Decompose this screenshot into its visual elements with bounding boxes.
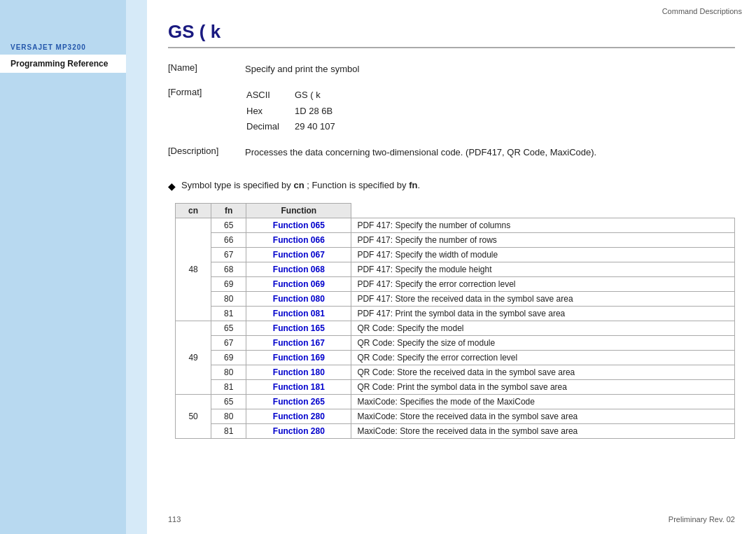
bullet-row: ◆ Symbol type is specified by cn ; Funct… bbox=[168, 180, 735, 192]
function-link-cell[interactable]: Function 280 bbox=[246, 423, 351, 438]
function-link-cell[interactable]: Function 165 bbox=[246, 321, 351, 335]
fn-cell: 80 bbox=[211, 409, 246, 423]
function-link-cell[interactable]: Function 081 bbox=[246, 306, 351, 321]
cn-bold: cn bbox=[293, 180, 304, 190]
sidebar-nav-item[interactable]: Programming Reference bbox=[0, 55, 126, 73]
cn-cell: 49 bbox=[176, 321, 211, 394]
description-value: Processes the data concerning two-dimens… bbox=[245, 146, 596, 160]
fn-cell: 65 bbox=[211, 218, 246, 232]
page-number: 113 bbox=[168, 515, 181, 524]
table-row: 66Function 066PDF 417: Specify the numbe… bbox=[176, 232, 735, 247]
th-function: Function bbox=[246, 203, 351, 218]
fn-cell: 67 bbox=[211, 335, 246, 350]
format-row-hex: Hex 1D 28 6B bbox=[246, 104, 349, 119]
desc-cell: PDF 417: Print the symbol data in the sy… bbox=[351, 306, 735, 321]
table-row: 81Function 081PDF 417: Print the symbol … bbox=[176, 306, 735, 321]
table-row: 80Function 280MaxiCode: Store the receiv… bbox=[176, 409, 735, 423]
format-col1-decimal: Decimal bbox=[246, 120, 293, 134]
desc-cell: QR Code: Specify the error correction le… bbox=[351, 350, 735, 365]
table-header-row: cn fn Function bbox=[176, 203, 735, 218]
table-row: 68Function 068PDF 417: Specify the modul… bbox=[176, 262, 735, 276]
format-row-decimal: Decimal 29 40 107 bbox=[246, 120, 349, 134]
sidebar: VERSAJET MP3200 Programming Reference bbox=[0, 0, 147, 534]
fn-cell: 68 bbox=[211, 262, 246, 276]
table-row: 81Function 280MaxiCode: Store the receiv… bbox=[176, 423, 735, 438]
table-row: 80Function 080PDF 417: Store the receive… bbox=[176, 291, 735, 306]
format-table: ASCII GS ( k Hex 1D 28 6B Decimal 29 40 … bbox=[245, 87, 351, 136]
desc-cell: MaxiCode: Store the received data in the… bbox=[351, 423, 735, 438]
sidebar-brand: VERSAJET MP3200 bbox=[10, 43, 86, 51]
desc-cell: PDF 417: Specify the width of module bbox=[351, 247, 735, 262]
page-footer: 113 Preliminary Rev. 02 bbox=[147, 515, 756, 524]
format-col1-ascii: ASCII bbox=[246, 88, 293, 103]
data-table: cn fn Function 4865Function 065PDF 417: … bbox=[175, 203, 735, 439]
fn-cell: 81 bbox=[211, 306, 246, 321]
format-field-row: [Format] ASCII GS ( k Hex 1D 28 6B Decim… bbox=[168, 87, 735, 136]
format-col1-hex: Hex bbox=[246, 104, 293, 119]
function-link-cell[interactable]: Function 065 bbox=[246, 218, 351, 232]
table-row: 67Function 067PDF 417: Specify the width… bbox=[176, 247, 735, 262]
desc-cell: PDF 417: Specify the number of columns bbox=[351, 218, 735, 232]
desc-cell: QR Code: Store the received data in the … bbox=[351, 365, 735, 379]
cn-cell: 50 bbox=[176, 394, 211, 438]
format-col2-decimal: 29 40 107 bbox=[295, 120, 349, 134]
format-col2-ascii: GS ( k bbox=[295, 88, 349, 103]
fn-cell: 69 bbox=[211, 350, 246, 365]
fn-cell: 81 bbox=[211, 379, 246, 394]
sidebar-inner bbox=[0, 0, 126, 534]
table-row: 80Function 180QR Code: Store the receive… bbox=[176, 365, 735, 379]
desc-cell: QR Code: Specify the size of module bbox=[351, 335, 735, 350]
desc-cell: PDF 417: Specify the module height bbox=[351, 262, 735, 276]
function-link-cell[interactable]: Function 169 bbox=[246, 350, 351, 365]
function-link-cell[interactable]: Function 068 bbox=[246, 262, 351, 276]
function-link-cell[interactable]: Function 067 bbox=[246, 247, 351, 262]
table-row: 81Function 181QR Code: Print the symbol … bbox=[176, 379, 735, 394]
table-row: 4865Function 065PDF 417: Specify the num… bbox=[176, 218, 735, 232]
name-value: Specify and print the symbol bbox=[245, 62, 359, 77]
cn-cell: 48 bbox=[176, 218, 211, 321]
table-row: 5065Function 265MaxiCode: Specifies the … bbox=[176, 394, 735, 409]
table-row: 69Function 169QR Code: Specify the error… bbox=[176, 350, 735, 365]
page-title: GS ( k bbox=[168, 21, 735, 48]
table-row: 69Function 069PDF 417: Specify the error… bbox=[176, 276, 735, 291]
fn-cell: 65 bbox=[211, 394, 246, 409]
fn-cell: 81 bbox=[211, 423, 246, 438]
bullet-diamond: ◆ bbox=[168, 181, 176, 192]
format-value: ASCII GS ( k Hex 1D 28 6B Decimal 29 40 … bbox=[245, 87, 351, 136]
function-link-cell[interactable]: Function 181 bbox=[246, 379, 351, 394]
function-link-cell[interactable]: Function 069 bbox=[246, 276, 351, 291]
fn-cell: 69 bbox=[211, 276, 246, 291]
bullet-text: Symbol type is specified by cn ; Functio… bbox=[181, 180, 420, 190]
desc-cell: PDF 417: Specify the number of rows bbox=[351, 232, 735, 247]
function-link-cell[interactable]: Function 180 bbox=[246, 365, 351, 379]
fn-cell: 80 bbox=[211, 365, 246, 379]
revision: Preliminary Rev. 02 bbox=[668, 515, 735, 524]
function-link-cell[interactable]: Function 265 bbox=[246, 394, 351, 409]
desc-cell: MaxiCode: Specifies the mode of the Maxi… bbox=[351, 394, 735, 409]
fn-cell: 80 bbox=[211, 291, 246, 306]
format-col2-hex: 1D 28 6B bbox=[295, 104, 349, 119]
fn-bold: fn bbox=[409, 180, 417, 190]
function-link-cell[interactable]: Function 280 bbox=[246, 409, 351, 423]
desc-cell: QR Code: Specify the model bbox=[351, 321, 735, 335]
name-field-row: [Name] Specify and print the symbol bbox=[168, 62, 735, 77]
desc-cell: PDF 417: Store the received data in the … bbox=[351, 291, 735, 306]
format-row-ascii: ASCII GS ( k bbox=[246, 88, 349, 103]
desc-cell: MaxiCode: Store the received data in the… bbox=[351, 409, 735, 423]
function-link-cell[interactable]: Function 167 bbox=[246, 335, 351, 350]
desc-cell: QR Code: Print the symbol data in the sy… bbox=[351, 379, 735, 394]
name-label: [Name] bbox=[168, 62, 245, 77]
description-label: [Description] bbox=[168, 146, 245, 170]
table-row: 67Function 167QR Code: Specify the size … bbox=[176, 335, 735, 350]
function-link-cell[interactable]: Function 066 bbox=[246, 232, 351, 247]
th-cn: cn bbox=[176, 203, 211, 218]
function-link-cell[interactable]: Function 080 bbox=[246, 291, 351, 306]
fn-cell: 65 bbox=[211, 321, 246, 335]
desc-cell: PDF 417: Specify the error correction le… bbox=[351, 276, 735, 291]
main-content: GS ( k [Name] Specify and print the symb… bbox=[147, 0, 756, 534]
description-field-row: [Description] Processes the data concern… bbox=[168, 146, 735, 170]
fn-cell: 66 bbox=[211, 232, 246, 247]
fn-cell: 67 bbox=[211, 247, 246, 262]
th-fn: fn bbox=[211, 203, 246, 218]
table-row: 4965Function 165QR Code: Specify the mod… bbox=[176, 321, 735, 335]
